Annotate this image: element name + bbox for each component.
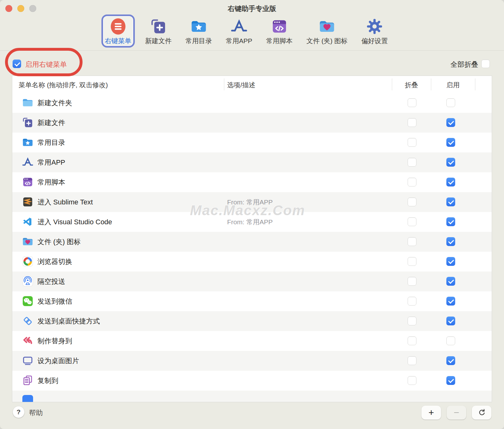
table-row[interactable]: 常用APP bbox=[12, 152, 492, 172]
toolbar-item-preferences[interactable]: 偏好设置 bbox=[358, 14, 391, 48]
row-label: 浏览器切换 bbox=[37, 257, 72, 266]
enable-checkbox[interactable] bbox=[446, 217, 455, 226]
row-label: 发送到桌面快捷方式 bbox=[37, 317, 100, 326]
vscode-icon bbox=[22, 216, 34, 228]
header-desc: 选项/描述 bbox=[227, 81, 255, 89]
header-enable: 启用 bbox=[431, 81, 475, 89]
folder-star-icon bbox=[22, 136, 34, 148]
sublime-icon bbox=[22, 196, 34, 208]
row-label: 文件 (夹) 图标 bbox=[37, 237, 81, 247]
table-row[interactable]: 发送到桌面快捷方式 bbox=[12, 311, 492, 331]
collapse-checkbox[interactable] bbox=[408, 277, 416, 286]
alias-icon bbox=[22, 335, 34, 347]
toolbar-item-label: 文件 (夹) 图标 bbox=[306, 37, 348, 45]
window-title: 右键助手专业版 bbox=[0, 4, 504, 14]
enable-checkbox[interactable] bbox=[446, 98, 455, 107]
enable-checkbox[interactable] bbox=[446, 356, 455, 365]
remove-button[interactable]: − bbox=[447, 406, 466, 420]
table-row[interactable]: 文件 (夹) 图标 bbox=[12, 232, 492, 252]
collapse-all-checkbox[interactable] bbox=[481, 60, 490, 68]
app-window: 右键助手专业版 右键菜单新建文件常用目录常用APP常用脚本文件 (夹) 图标偏好… bbox=[0, 0, 504, 429]
appstore-icon bbox=[22, 156, 34, 168]
enable-checkbox[interactable] bbox=[446, 237, 455, 246]
display-icon bbox=[22, 355, 34, 367]
table-header: 菜单名称 (拖动排序, 双击修改) 选项/描述 折叠 启用 bbox=[12, 76, 492, 93]
newfile-icon bbox=[22, 117, 34, 129]
table-row[interactable]: 浏览器切换 bbox=[12, 252, 492, 272]
table-row[interactable]: 常用脚本 bbox=[12, 172, 492, 192]
enable-checkbox[interactable] bbox=[446, 297, 455, 306]
watermark: Mac.Macxz.Com bbox=[190, 203, 305, 218]
column-divider bbox=[224, 78, 224, 90]
enable-checkbox[interactable] bbox=[446, 178, 455, 186]
row-label: 设为桌面图片 bbox=[37, 356, 79, 366]
folder-heart-icon bbox=[22, 236, 34, 248]
row-label: 隔空投送 bbox=[37, 277, 65, 286]
table-row[interactable]: 复制到 bbox=[12, 371, 492, 391]
enable-checkbox[interactable] bbox=[446, 317, 455, 325]
collapse-checkbox[interactable] bbox=[408, 297, 416, 306]
collapse-checkbox[interactable] bbox=[408, 257, 416, 266]
enable-checkbox[interactable] bbox=[446, 197, 455, 206]
shortcut-icon bbox=[22, 315, 34, 327]
collapse-checkbox[interactable] bbox=[408, 118, 416, 127]
collapse-checkbox[interactable] bbox=[408, 376, 416, 385]
table-rows: 新建文件夹新建文件常用目录常用APP常用脚本进入 Sublime TextFro… bbox=[12, 93, 492, 391]
table-row[interactable]: 新建文件夹 bbox=[12, 93, 492, 113]
enable-context-menu-label: 启用右键菜单 bbox=[25, 60, 67, 69]
toolbar-item-common-apps[interactable]: 常用APP bbox=[222, 14, 256, 48]
toolbar-item-common-scripts[interactable]: 常用脚本 bbox=[263, 14, 296, 48]
collapse-checkbox[interactable] bbox=[408, 336, 416, 345]
toolbar-divider bbox=[0, 50, 504, 51]
row-label: 常用目录 bbox=[37, 138, 65, 147]
toolbar-item-label: 新建文件 bbox=[145, 37, 172, 45]
enable-checkbox[interactable] bbox=[446, 118, 455, 127]
table-row[interactable]: 设为桌面图片 bbox=[12, 351, 492, 371]
menu-table: 菜单名称 (拖动排序, 双击修改) 选项/描述 折叠 启用 新建文件夹新建文件常… bbox=[12, 76, 492, 402]
toolbar-item-context-menu[interactable]: 右键菜单 bbox=[101, 14, 135, 48]
collapse-checkbox[interactable] bbox=[408, 317, 416, 325]
row-label: 常用脚本 bbox=[37, 178, 65, 187]
browser-icon bbox=[22, 255, 34, 267]
folder-icon bbox=[22, 97, 34, 109]
enable-checkbox[interactable] bbox=[446, 158, 455, 167]
collapse-checkbox[interactable] bbox=[408, 237, 416, 246]
enable-checkbox[interactable] bbox=[446, 257, 455, 266]
script-icon bbox=[271, 17, 288, 36]
table-row[interactable]: 制作替身到 bbox=[12, 331, 492, 351]
toolbar: 右键菜单新建文件常用目录常用APP常用脚本文件 (夹) 图标偏好设置 bbox=[0, 14, 493, 48]
table-row[interactable]: 新建文件 bbox=[12, 113, 492, 133]
header-collapse: 折叠 bbox=[392, 81, 431, 89]
collapse-checkbox[interactable] bbox=[408, 178, 416, 186]
collapse-checkbox[interactable] bbox=[408, 158, 416, 167]
table-row[interactable]: 常用目录 bbox=[12, 133, 492, 152]
collapse-checkbox[interactable] bbox=[408, 356, 416, 365]
toolbar-item-label: 偏好设置 bbox=[361, 37, 388, 45]
collapse-checkbox[interactable] bbox=[408, 98, 416, 107]
enable-checkbox[interactable] bbox=[446, 336, 455, 345]
row-label: 新建文件夹 bbox=[37, 98, 72, 108]
row-label: 复制到 bbox=[37, 376, 58, 386]
refresh-button[interactable] bbox=[472, 406, 491, 420]
toolbar-item-new-file[interactable]: 新建文件 bbox=[142, 14, 175, 48]
collapse-checkbox[interactable] bbox=[408, 197, 416, 206]
enable-checkbox[interactable] bbox=[446, 138, 455, 147]
table-row[interactable]: 隔空投送 bbox=[12, 272, 492, 291]
enable-checkbox[interactable] bbox=[446, 376, 455, 385]
enable-context-menu-checkbox[interactable] bbox=[13, 60, 21, 68]
toolbar-item-file-folder-icons[interactable]: 文件 (夹) 图标 bbox=[303, 14, 351, 48]
toolbar-item-common-dirs[interactable]: 常用目录 bbox=[182, 14, 215, 48]
collapse-all-label: 全部折叠 bbox=[450, 60, 478, 69]
copy-icon bbox=[22, 375, 34, 386]
toolbar-item-label: 右键菜单 bbox=[105, 37, 131, 45]
help-button[interactable]: ? bbox=[13, 406, 25, 418]
table-row[interactable]: 发送到微信 bbox=[12, 291, 492, 311]
toolbar-item-label: 常用脚本 bbox=[266, 37, 293, 45]
collapse-checkbox[interactable] bbox=[408, 217, 416, 226]
table-row-partial[interactable] bbox=[12, 391, 492, 402]
enable-checkbox[interactable] bbox=[446, 277, 455, 286]
collapse-checkbox[interactable] bbox=[408, 138, 416, 147]
toolbar-item-label: 常用目录 bbox=[186, 37, 212, 45]
add-button[interactable]: + bbox=[421, 406, 441, 420]
column-divider bbox=[431, 78, 431, 90]
